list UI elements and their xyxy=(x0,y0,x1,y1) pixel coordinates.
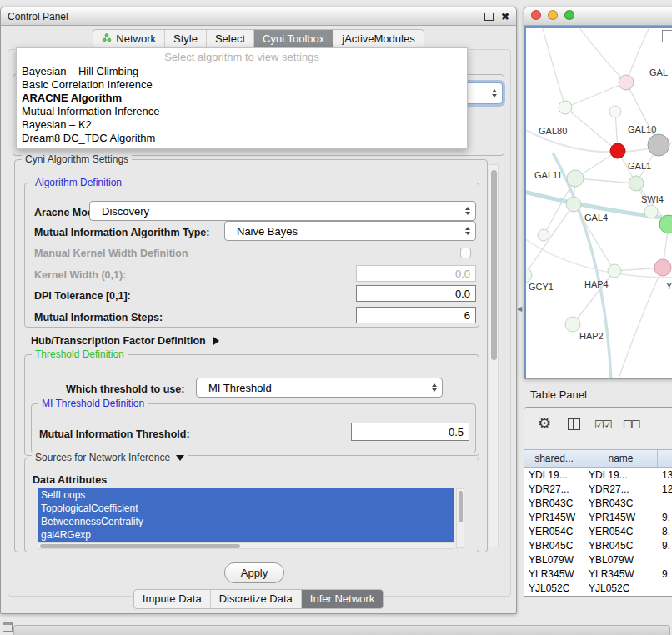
tab-network[interactable]: Network xyxy=(93,30,164,48)
table-row[interactable]: YDR27...YDR27...12 xyxy=(524,482,672,496)
aracne-mode-select[interactable]: Discovery xyxy=(89,201,476,221)
algorithm-option[interactable]: Dream8 DC_TDC Algorithm xyxy=(17,132,467,145)
network-node[interactable] xyxy=(565,317,580,332)
network-window-titlebar[interactable] xyxy=(524,8,672,26)
network-node[interactable] xyxy=(644,205,658,218)
network-canvas[interactable]: GALGAL80GAL10GAL11GAL1SWI4GAL4GCY1HAP4YH… xyxy=(524,26,672,379)
column-selector-icon[interactable] xyxy=(568,418,580,430)
close-button[interactable] xyxy=(531,10,541,20)
network-node[interactable] xyxy=(609,106,621,118)
data-attribute-item[interactable]: gal4RGexp xyxy=(38,528,454,542)
table-row[interactable]: YPR145WYPR145W9. xyxy=(524,510,672,524)
gear-icon[interactable]: ⚙ xyxy=(538,416,551,431)
algorithm-option[interactable]: ARACNE Algorithm xyxy=(17,92,467,105)
table-cell: YBL079W xyxy=(524,554,584,566)
minimized-panel-icon[interactable] xyxy=(3,622,13,632)
data-attribute-item[interactable]: SelfLoops xyxy=(38,488,454,502)
overview-box[interactable] xyxy=(662,30,672,42)
node-label: Y xyxy=(666,281,672,291)
table-row[interactable]: YBL079WYBL079W xyxy=(524,552,672,567)
tab-discretize-data[interactable]: Discretize Data xyxy=(210,590,301,608)
node-label: HAP2 xyxy=(579,331,604,341)
table-row[interactable]: YJL052CYJL052C xyxy=(524,581,672,595)
apply-button[interactable]: Apply xyxy=(224,562,284,583)
network-node[interactable] xyxy=(610,143,625,158)
table-cell: YDL19... xyxy=(584,469,658,481)
control-panel-titlebar[interactable]: Control Panel ✖ xyxy=(1,8,516,26)
network-node[interactable] xyxy=(619,75,634,90)
algorithm-option[interactable]: Mutual Information Inference xyxy=(17,105,467,118)
mi-steps-field[interactable]: 6 xyxy=(356,307,476,323)
network-node[interactable] xyxy=(629,176,644,191)
control-panel-window: Control Panel ✖ NetworkStyleSelectCyni T… xyxy=(0,7,517,614)
table-row[interactable]: YBR045CYBR045C9. xyxy=(524,538,672,552)
dropdown-placeholder: Select algorithm to view settings xyxy=(17,48,467,65)
network-node[interactable] xyxy=(538,229,549,241)
splitter-collapse-icon[interactable]: ◀ xyxy=(517,305,522,312)
attribute-list-vscrollbar[interactable] xyxy=(456,488,464,548)
network-node[interactable] xyxy=(566,197,581,212)
selected-value: Naive Bayes xyxy=(237,225,298,238)
mi-steps-label: Mutual Information Steps: xyxy=(34,312,163,323)
network-edge xyxy=(576,28,626,82)
node-table: shared...name YDL19...YDL19...13YDR27...… xyxy=(524,449,672,596)
node-label: SWI4 xyxy=(641,194,664,204)
column-header[interactable]: name xyxy=(584,450,658,467)
minimize-button[interactable] xyxy=(548,10,558,20)
data-attribute-item[interactable]: BetweennessCentrality xyxy=(38,515,454,528)
node-label: HAP4 xyxy=(584,279,609,289)
table-row[interactable]: YBR043CYBR043C xyxy=(524,496,672,510)
tab-infer-network[interactable]: Infer Network xyxy=(301,590,383,608)
network-node[interactable] xyxy=(567,170,584,187)
scrollbar-thumb[interactable] xyxy=(40,544,240,548)
node-label: GAL4 xyxy=(584,212,608,222)
zoom-button[interactable] xyxy=(564,10,574,20)
attribute-list-hscrollbar[interactable] xyxy=(38,542,454,549)
network-node[interactable] xyxy=(608,264,621,278)
network-node[interactable] xyxy=(526,268,532,282)
tab-select[interactable]: Select xyxy=(206,30,253,48)
algorithm-option[interactable]: Bayesian – Hill Climbing xyxy=(17,65,467,78)
scrollbar-thumb[interactable] xyxy=(491,170,497,360)
tab-label: Infer Network xyxy=(310,592,374,605)
scrollbar-thumb[interactable] xyxy=(459,491,463,522)
sources-expander[interactable]: Sources for Network Inference xyxy=(32,452,188,463)
float-window-icon[interactable] xyxy=(484,12,494,21)
table-row[interactable]: YDL19...YDL19...13 xyxy=(524,468,672,482)
network-icon xyxy=(102,32,112,45)
network-node[interactable] xyxy=(559,101,572,114)
table-cell: 9. xyxy=(658,540,672,552)
tab-jactivemodules[interactable]: jActiveModules xyxy=(333,30,423,48)
algorithm-select-combo[interactable] xyxy=(464,82,503,104)
table-row[interactable]: YER054CYER054C8. xyxy=(524,524,672,538)
network-node[interactable] xyxy=(654,259,671,276)
network-graph: GALGAL80GAL10GAL11GAL1SWI4GAL4GCY1HAP4YH… xyxy=(526,28,672,378)
deselect-all-icon[interactable]: ☐☐ xyxy=(623,418,639,431)
group-title: Threshold Definition xyxy=(32,348,128,360)
mi-type-select[interactable]: Naive Bayes xyxy=(224,221,476,241)
algorithm-option[interactable]: Bayesian – K2 xyxy=(17,118,467,132)
tab-label: Impute Data xyxy=(143,592,202,605)
column-header[interactable] xyxy=(658,450,672,467)
tab-label: jActiveModules xyxy=(342,32,414,45)
column-header[interactable]: shared... xyxy=(524,450,584,467)
group-title: Cyni Algorithm Settings xyxy=(22,153,132,165)
tab-cyni-toolbox[interactable]: Cyni Toolbox xyxy=(253,30,333,48)
tab-impute-data[interactable]: Impute Data xyxy=(134,590,210,608)
which-threshold-select[interactable]: MI Threshold xyxy=(196,378,443,398)
manual-kernel-checkbox[interactable] xyxy=(460,248,471,258)
kernel-width-field[interactable]: 0.0 xyxy=(356,265,476,282)
dpi-tolerance-field[interactable]: 0.0 xyxy=(356,285,476,302)
algorithm-option[interactable]: Basic Correlation Inference xyxy=(17,78,467,92)
hub-definition-expander[interactable]: Hub/Transcription Factor Definition xyxy=(31,335,219,347)
mi-threshold-field[interactable]: 0.5 xyxy=(351,422,469,441)
tab-style[interactable]: Style xyxy=(164,30,206,48)
data-attribute-item[interactable]: TopologicalCoefficient xyxy=(38,502,454,515)
combo-arrows-icon xyxy=(465,227,470,235)
table-row[interactable]: YLR345WYLR345W9. xyxy=(524,567,672,581)
close-window-icon[interactable]: ✖ xyxy=(501,12,509,22)
settings-scrollbar[interactable] xyxy=(489,164,499,548)
select-all-icon[interactable]: ☑☑ xyxy=(594,418,610,431)
network-node[interactable] xyxy=(648,134,669,156)
table-cell: YER054C xyxy=(524,526,584,538)
